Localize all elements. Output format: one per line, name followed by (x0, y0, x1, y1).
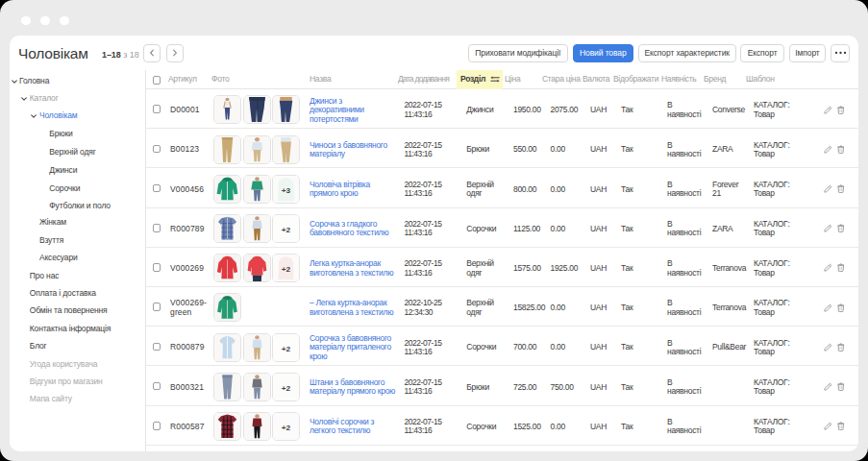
svg-text:+3: +3 (282, 186, 291, 195)
svg-text:+2: +2 (282, 345, 291, 353)
svg-text:+2: +2 (282, 384, 291, 393)
svg-text:+2: +2 (282, 226, 291, 234)
svg-text:+2: +2 (282, 265, 291, 274)
svg-text:+2: +2 (282, 424, 291, 432)
